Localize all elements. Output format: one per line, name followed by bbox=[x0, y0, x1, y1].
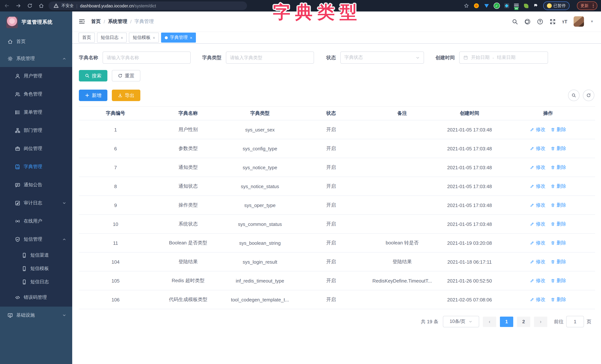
delete-button[interactable]: 删除 bbox=[551, 277, 566, 284]
cell-dict-type-link[interactable]: sys_login_result bbox=[224, 252, 296, 271]
delete-button[interactable]: 删除 bbox=[551, 164, 566, 171]
tab-close-icon[interactable]: × bbox=[121, 35, 123, 40]
tab-短信日志[interactable]: 短信日志× bbox=[97, 33, 127, 43]
extension-adblock-icon[interactable] bbox=[473, 3, 479, 9]
sidebar-item-短信渠道[interactable]: 短信渠道 bbox=[0, 248, 72, 262]
delete-button[interactable]: 删除 bbox=[551, 183, 566, 190]
browser-reload-icon[interactable] bbox=[27, 3, 33, 9]
github-icon[interactable] bbox=[524, 18, 531, 25]
add-button[interactable]: 新增 bbox=[79, 90, 107, 101]
status-select[interactable]: 字典状态 bbox=[340, 51, 424, 64]
edit-button[interactable]: 修改 bbox=[530, 164, 545, 171]
tab-字典管理[interactable]: 字典管理× bbox=[161, 33, 196, 43]
delete-button[interactable]: 删除 bbox=[551, 202, 566, 209]
sidebar-item-错误码管理[interactable]: 错误码管理 bbox=[0, 288, 72, 307]
delete-button[interactable]: 删除 bbox=[551, 240, 566, 246]
security-label[interactable]: 不安全 bbox=[61, 3, 74, 9]
cell-dict-type-link[interactable]: sys_user_sex bbox=[224, 120, 296, 139]
search-icon[interactable] bbox=[512, 18, 518, 25]
dict-name-input[interactable] bbox=[103, 51, 191, 64]
delete-button[interactable]: 删除 bbox=[551, 126, 566, 133]
end-date-placeholder[interactable]: 结束日期 bbox=[497, 54, 515, 61]
cell-dict-type-link[interactable]: sys_config_type bbox=[224, 139, 296, 158]
sidebar-item-用户管理[interactable]: 用户管理 bbox=[0, 67, 72, 85]
edit-button[interactable]: 修改 bbox=[530, 258, 545, 265]
tab-短信模板[interactable]: 短信模板× bbox=[129, 33, 159, 43]
url-bar[interactable]: 不安全 | dashboard.yudao.iocoder.cn/system/… bbox=[49, 1, 247, 10]
cell-dict-type-link[interactable]: inf_redis_timeout_type bbox=[224, 271, 296, 290]
sidebar-item-在线用户[interactable]: 在线用户 bbox=[0, 212, 72, 230]
refresh-table-button[interactable] bbox=[583, 90, 594, 101]
help-icon[interactable] bbox=[537, 18, 543, 25]
url-text[interactable]: dashboard.yudao.iocoder.cn/system/dict bbox=[80, 3, 156, 8]
sidebar-item-短信模板[interactable]: 短信模板 bbox=[0, 262, 72, 275]
page-button-2[interactable]: 2 bbox=[517, 316, 530, 327]
prev-page-button[interactable]: ‹ bbox=[483, 316, 496, 327]
browser-forward-icon[interactable] bbox=[15, 3, 21, 9]
show-search-toggle-button[interactable] bbox=[568, 90, 580, 101]
sidebar-item-短信管理[interactable]: 短信管理 bbox=[0, 230, 72, 248]
extension-leaf-icon[interactable] bbox=[523, 3, 529, 9]
search-button[interactable]: 搜索 bbox=[79, 70, 107, 81]
delete-button[interactable]: 删除 bbox=[551, 221, 566, 227]
edit-button[interactable]: 修改 bbox=[530, 202, 545, 209]
breadcrumb-item[interactable]: 系统管理 bbox=[108, 18, 127, 25]
fullscreen-icon[interactable] bbox=[550, 18, 556, 25]
export-button[interactable]: 导出 bbox=[112, 90, 140, 101]
sidebar-item-基础设施[interactable]: 基础设施 bbox=[0, 307, 72, 324]
extension-gem-icon[interactable] bbox=[483, 3, 489, 9]
cell-dict-type-link[interactable]: sys_boolean_string bbox=[224, 233, 296, 252]
sidebar-item-系统管理[interactable]: 系统管理 bbox=[0, 50, 72, 67]
cell-dict-type-link[interactable]: sys_notice_type bbox=[224, 158, 296, 177]
dict-type-input[interactable] bbox=[226, 51, 314, 64]
sidebar-toggle-icon[interactable] bbox=[79, 18, 85, 25]
cell-dict-type-link[interactable]: sys_notice_status bbox=[224, 177, 296, 196]
avatar-caret-icon[interactable]: ▼ bbox=[590, 20, 594, 23]
extension-switch-icon[interactable]: on bbox=[514, 3, 519, 8]
sidebar-item-通知公告[interactable]: 通知公告 bbox=[0, 176, 72, 194]
edit-button[interactable]: 修改 bbox=[530, 145, 545, 152]
cell-dict-type-link[interactable]: sys_oper_type bbox=[224, 196, 296, 215]
extensions-puzzle-icon[interactable] bbox=[533, 3, 539, 9]
date-range-picker[interactable]: 开始日期 - 结束日期 bbox=[459, 51, 548, 64]
tab-首页[interactable]: 首页 bbox=[79, 33, 95, 43]
browser-update-button[interactable]: 更新 bbox=[577, 1, 597, 10]
edit-button[interactable]: 修改 bbox=[530, 296, 545, 303]
browser-home-icon[interactable] bbox=[38, 3, 44, 9]
tab-close-icon[interactable]: × bbox=[190, 35, 192, 40]
cell-dict-type-link[interactable]: sys_common_status bbox=[224, 215, 296, 233]
edit-button[interactable]: 修改 bbox=[530, 183, 545, 190]
start-date-placeholder[interactable]: 开始日期 bbox=[471, 54, 490, 61]
app-logo-row[interactable]: 芋道管理系统 bbox=[0, 11, 72, 33]
profile-paused-chip[interactable]: 已暂停 bbox=[543, 1, 569, 10]
extension-green-icon[interactable]: ✓ bbox=[493, 3, 500, 9]
sidebar-item-角色管理[interactable]: 角色管理 bbox=[0, 85, 72, 103]
sidebar-item-菜单管理[interactable]: 菜单管理 bbox=[0, 103, 72, 121]
bookmark-star-icon[interactable] bbox=[463, 3, 469, 9]
browser-menu-icon[interactable] bbox=[593, 4, 594, 8]
sidebar-item-审计日志[interactable]: 审计日志 bbox=[0, 194, 72, 212]
sidebar-item-短信日志[interactable]: 短信日志 bbox=[0, 275, 72, 288]
cell-dict-type-link[interactable]: tool_codegen_template_t... bbox=[224, 290, 296, 309]
edit-button[interactable]: 修改 bbox=[530, 240, 545, 246]
sidebar-item-岗位管理[interactable]: 岗位管理 bbox=[0, 140, 72, 158]
page-size-select[interactable]: 10条/页 bbox=[443, 316, 479, 327]
reset-button[interactable]: 重置 bbox=[112, 70, 140, 81]
extension-diamond-icon[interactable] bbox=[504, 3, 510, 9]
edit-button[interactable]: 修改 bbox=[530, 126, 545, 133]
tab-close-icon[interactable]: × bbox=[153, 35, 155, 40]
page-button-1[interactable]: 1 bbox=[500, 316, 513, 327]
sidebar-item-部门管理[interactable]: 部门管理 bbox=[0, 121, 72, 140]
breadcrumb-item[interactable]: 首页 bbox=[91, 18, 101, 25]
edit-button[interactable]: 修改 bbox=[530, 277, 545, 284]
next-page-button[interactable]: › bbox=[534, 316, 547, 327]
sidebar-item-首页[interactable]: 首页 bbox=[0, 33, 72, 50]
sidebar-item-字典管理[interactable]: 字典管理 bbox=[0, 158, 72, 176]
delete-button[interactable]: 删除 bbox=[551, 145, 566, 152]
delete-button[interactable]: 删除 bbox=[551, 258, 566, 265]
font-size-icon[interactable]: ᴛT bbox=[562, 19, 568, 24]
edit-button[interactable]: 修改 bbox=[530, 221, 545, 227]
goto-page-input[interactable] bbox=[566, 316, 584, 327]
browser-back-icon[interactable] bbox=[4, 3, 10, 9]
user-avatar[interactable] bbox=[574, 16, 584, 27]
